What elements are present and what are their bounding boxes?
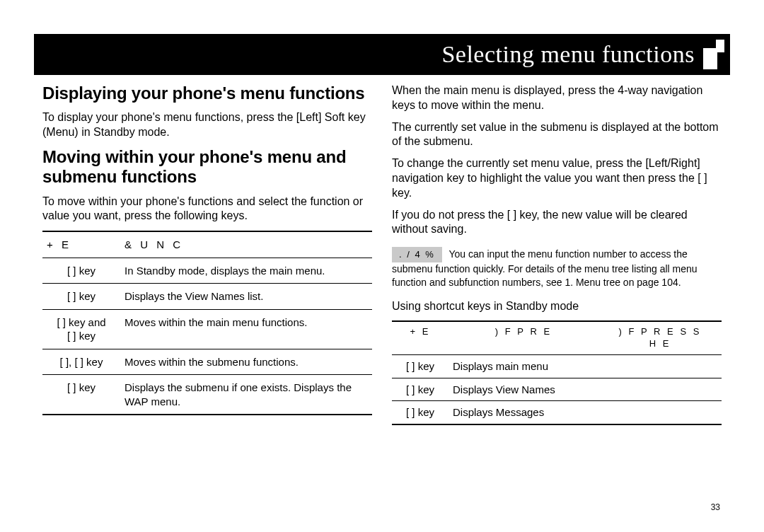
para-displaying: To display your phone's menu functions, …: [42, 110, 372, 140]
table-row: [ ] key Displays the View Names list.: [42, 284, 372, 310]
page-number: 33: [711, 502, 720, 512]
table-header-held: ) F P R E S S H E: [598, 321, 722, 354]
cell-key: [ ] key and [ ] key: [42, 309, 120, 349]
chapter-title: Selecting menu functions: [441, 41, 695, 68]
cell-func: Displays the submenu if one exists. Disp…: [120, 375, 372, 415]
cell-key: [ ] key: [392, 355, 448, 378]
heading-moving: Moving within your phone's menu and subm…: [42, 147, 372, 187]
cell-key: [ ], [ ] key: [42, 349, 120, 375]
table-row: [ ] key Displays View Names: [392, 378, 722, 401]
cell-key: [ ] key: [392, 401, 448, 424]
key-function-table: + E & U N C [ ] key In Standby mode, dis…: [42, 231, 372, 415]
header-band: Selecting menu functions: [34, 34, 730, 75]
cell-func: Moves within the main menu functions.: [120, 309, 372, 349]
cell-pressed: Displays Messages: [448, 401, 598, 424]
right-column: When the main menu is displayed, press t…: [392, 83, 722, 504]
phone-icon: [703, 40, 724, 69]
cell-pressed: Displays main menu: [448, 355, 598, 378]
cell-key: [ ] key: [42, 284, 120, 310]
table-header-pressed: ) F P R E: [448, 321, 598, 354]
table-row: [ ] key and [ ] key Moves within the mai…: [42, 309, 372, 349]
table-row: [ ], [ ] key Moves within the submenu fu…: [42, 349, 372, 375]
cell-held: [598, 401, 722, 424]
cell-held: [598, 378, 722, 401]
para-current-value: The currently set value in the submenu i…: [392, 120, 722, 150]
cell-func: Displays the View Names list.: [120, 284, 372, 310]
heading-displaying: Displaying your phone's menu functions: [42, 83, 372, 103]
note-box: . / 4 % You can input the menu function …: [392, 247, 722, 289]
left-column: Displaying your phone's menu functions T…: [42, 83, 372, 504]
para-navigate: When the main menu is displayed, press t…: [392, 83, 722, 113]
table-header-key: + E: [392, 321, 448, 354]
table-header-key: + E: [42, 231, 120, 258]
cell-key: [ ] key: [392, 378, 448, 401]
content-area: Displaying your phone's menu functions T…: [42, 83, 722, 504]
cell-key: [ ] key: [42, 258, 120, 284]
cell-held: [598, 355, 722, 378]
para-not-saved: If you do not press the [ ] key, the new…: [392, 208, 722, 238]
table-row: [ ] key Displays main menu: [392, 355, 722, 378]
shortcut-table: + E ) F P R E ) F P R E S S H E [ ] key …: [392, 320, 722, 424]
note-label: . / 4 %: [392, 247, 442, 262]
cell-func: Moves within the submenu functions.: [120, 349, 372, 375]
shortcut-caption: Using shortcut keys in Standby mode: [392, 299, 722, 314]
table-row: [ ] key Displays the submenu if one exis…: [42, 375, 372, 415]
para-moving: To move within your phone's functions an…: [42, 195, 372, 224]
cell-pressed: Displays View Names: [448, 378, 598, 401]
table-header-func: & U N C: [120, 231, 372, 258]
para-change-value: To change the currently set menu value, …: [392, 156, 722, 200]
manual-page: Selecting menu functions Displaying your…: [0, 0, 764, 532]
cell-key: [ ] key: [42, 375, 120, 415]
table-row: [ ] key Displays Messages: [392, 401, 722, 424]
table-row: [ ] key In Standby mode, displays the ma…: [42, 258, 372, 284]
cell-func: In Standby mode, displays the main menu.: [120, 258, 372, 284]
